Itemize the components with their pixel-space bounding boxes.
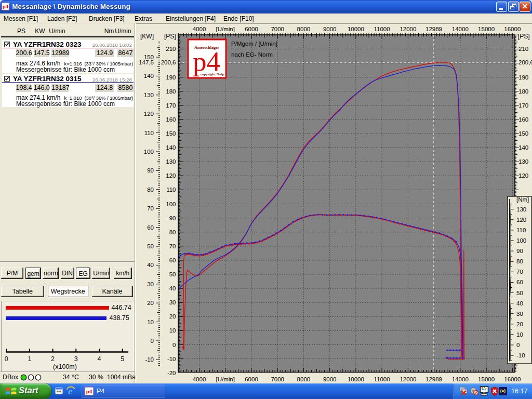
svg-text:6000: 6000 (245, 376, 258, 382)
svg-text:100: 100 (144, 149, 154, 155)
svg-text:110: 110 (144, 130, 154, 136)
svg-text:70: 70 (147, 205, 154, 211)
svg-text:60: 60 (516, 279, 523, 285)
svg-text:100: 100 (516, 237, 526, 244)
svg-text:12989: 12989 (425, 376, 442, 382)
svg-text:190: 190 (166, 74, 176, 81)
svg-text:-10: -10 (516, 352, 525, 358)
svg-text:11000: 11000 (374, 26, 390, 32)
svg-text:50: 50 (147, 243, 154, 249)
svg-text:130: 130 (518, 158, 528, 165)
svg-text:40: 40 (147, 262, 154, 268)
svg-text:50: 50 (516, 290, 523, 296)
svg-text:90: 90 (147, 167, 154, 174)
svg-text:0: 0 (516, 342, 520, 348)
svg-text:170: 170 (166, 102, 176, 109)
svg-text:50: 50 (169, 271, 176, 277)
svg-text:8000: 8000 (297, 376, 311, 382)
svg-text:11000: 11000 (374, 376, 390, 382)
svg-text:nach EG- Norm: nach EG- Norm (231, 51, 273, 58)
svg-text:12989: 12989 (425, 26, 442, 32)
svg-text:9000: 9000 (323, 26, 337, 32)
svg-text:190: 190 (518, 74, 528, 81)
svg-text:[KW]: [KW] (140, 33, 154, 40)
svg-text:200,6: 200,6 (518, 59, 532, 65)
svg-text:120: 120 (144, 111, 154, 117)
svg-text:110: 110 (516, 227, 526, 233)
svg-text:80: 80 (147, 187, 154, 193)
svg-text:100: 100 (166, 201, 176, 207)
svg-text:140: 140 (166, 144, 176, 151)
svg-text:0: 0 (172, 342, 176, 348)
svg-text:120: 120 (518, 172, 528, 179)
svg-text:150: 150 (518, 130, 528, 137)
svg-text:[PS]: [PS] (518, 33, 530, 40)
svg-text:30: 30 (169, 299, 176, 305)
svg-text:10000: 10000 (348, 26, 364, 32)
svg-text:8000: 8000 (297, 26, 311, 32)
svg-text:[U/min]: [U/min] (216, 376, 234, 382)
svg-text:14000: 14000 (452, 376, 469, 382)
svg-text:160: 160 (166, 116, 176, 123)
svg-text:[PS]: [PS] (164, 33, 176, 40)
svg-text:14000: 14000 (452, 26, 469, 32)
svg-text:60: 60 (169, 257, 176, 263)
svg-text:12000: 12000 (400, 26, 416, 32)
svg-text:40: 40 (516, 300, 523, 307)
svg-text:150: 150 (166, 130, 176, 137)
svg-text:-10: -10 (145, 356, 154, 363)
svg-text:140: 140 (518, 144, 528, 151)
svg-text:210: 210 (518, 46, 528, 52)
svg-text:10: 10 (516, 331, 523, 338)
svg-text:P/Mgem / [U/min]: P/Mgem / [U/min] (231, 41, 277, 47)
svg-text:10000: 10000 (348, 376, 364, 382)
svg-text:140: 140 (144, 73, 154, 79)
svg-text:40: 40 (169, 285, 176, 291)
svg-text:7000: 7000 (271, 26, 284, 32)
svg-text:0: 0 (151, 338, 154, 344)
svg-text:180: 180 (166, 88, 176, 95)
svg-text:80: 80 (169, 229, 176, 235)
svg-text:120: 120 (516, 217, 526, 223)
svg-text:7000: 7000 (271, 376, 284, 382)
svg-text:-10: -10 (167, 356, 176, 362)
svg-text:90: 90 (169, 215, 176, 221)
svg-text:20: 20 (147, 300, 154, 306)
svg-text:[U/min]: [U/min] (216, 26, 234, 32)
svg-text:-20: -20 (167, 370, 176, 376)
svg-text:180: 180 (518, 88, 528, 95)
svg-text:120: 120 (166, 172, 176, 179)
svg-text:70: 70 (169, 243, 176, 249)
svg-text:16000: 16000 (504, 376, 521, 382)
svg-text:4000: 4000 (193, 376, 206, 382)
svg-text:130: 130 (516, 206, 526, 212)
svg-text:12000: 12000 (400, 376, 416, 382)
svg-text:80: 80 (516, 258, 523, 264)
svg-text:9000: 9000 (323, 376, 337, 382)
svg-text:16000: 16000 (504, 26, 521, 32)
svg-text:20: 20 (169, 313, 176, 320)
svg-text:200,6: 200,6 (161, 59, 176, 65)
svg-text:130: 130 (144, 92, 154, 98)
svg-text:160: 160 (518, 116, 528, 123)
svg-text:[Nm]: [Nm] (516, 196, 529, 203)
svg-text:170: 170 (518, 102, 528, 109)
svg-text:147,5: 147,5 (139, 59, 154, 65)
svg-text:copyright *bdp: copyright *bdp (201, 72, 224, 76)
svg-text:90: 90 (516, 248, 523, 254)
svg-text:10: 10 (169, 327, 176, 334)
svg-text:4000: 4000 (193, 26, 206, 32)
svg-text:60: 60 (147, 224, 154, 231)
svg-text:70: 70 (516, 269, 523, 275)
svg-text:30: 30 (516, 311, 523, 317)
svg-text:20: 20 (516, 321, 523, 327)
svg-text:6000: 6000 (245, 26, 258, 32)
svg-text:130: 130 (166, 158, 176, 165)
svg-text:210: 210 (166, 46, 176, 52)
svg-text:30: 30 (147, 281, 154, 287)
svg-text:110: 110 (166, 187, 176, 193)
svg-text:15000: 15000 (478, 376, 495, 382)
svg-text:15000: 15000 (478, 26, 495, 32)
svg-text:10: 10 (147, 319, 154, 325)
